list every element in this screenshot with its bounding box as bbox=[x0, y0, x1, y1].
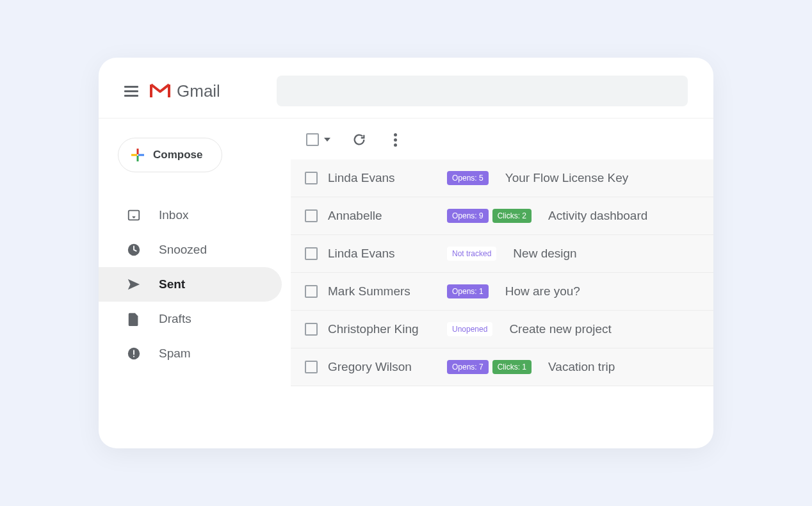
sidebar-item-drafts[interactable]: Drafts bbox=[99, 302, 282, 336]
checkbox-icon bbox=[306, 133, 319, 146]
sender-name: Annabelle bbox=[328, 209, 437, 223]
sidebar-item-spam[interactable]: Spam bbox=[99, 336, 282, 371]
sender-name: Linda Evans bbox=[328, 171, 437, 185]
nav-label: Drafts bbox=[159, 312, 191, 326]
sender-name: Linda Evans bbox=[328, 247, 437, 261]
compose-plus-icon bbox=[131, 149, 144, 161]
email-subject: Your Flow License Key bbox=[505, 171, 629, 185]
chevron-down-icon bbox=[324, 138, 330, 142]
opens-badge: Opens: 7 bbox=[447, 360, 489, 374]
sender-name: Gregory Wilson bbox=[328, 360, 437, 374]
sidebar-item-snoozed[interactable]: Snoozed bbox=[99, 233, 282, 267]
gmail-icon bbox=[150, 83, 170, 99]
sender-name: Mark Summers bbox=[328, 284, 437, 298]
logo[interactable]: Gmail bbox=[150, 81, 220, 101]
email-row[interactable]: Linda EvansOpens: 5Your Flow License Key bbox=[291, 159, 713, 197]
select-all-checkbox[interactable] bbox=[306, 133, 330, 146]
tracking-badges: Not tracked bbox=[447, 247, 496, 261]
nav-label: Inbox bbox=[159, 208, 188, 222]
clicks-badge: Clicks: 2 bbox=[492, 209, 532, 223]
row-checkbox[interactable] bbox=[305, 361, 318, 373]
hamburger-menu-icon[interactable] bbox=[124, 86, 138, 97]
nottracked-badge: Not tracked bbox=[447, 247, 496, 261]
row-checkbox[interactable] bbox=[305, 323, 318, 336]
app-name: Gmail bbox=[177, 81, 220, 101]
row-checkbox[interactable] bbox=[305, 172, 318, 184]
row-checkbox[interactable] bbox=[305, 209, 318, 222]
sidebar-item-sent[interactable]: Sent bbox=[99, 267, 282, 302]
email-row[interactable]: Mark SummersOpens: 1How are you? bbox=[291, 273, 713, 311]
svg-rect-4 bbox=[129, 211, 140, 220]
main-panel: Linda EvansOpens: 5Your Flow License Key… bbox=[291, 118, 713, 448]
nav-label: Sent bbox=[159, 277, 185, 291]
sidebar-item-inbox[interactable]: Inbox bbox=[99, 198, 282, 233]
send-icon bbox=[127, 277, 141, 291]
tracking-badges: Unopened bbox=[447, 322, 492, 336]
toolbar bbox=[291, 118, 713, 159]
svg-rect-8 bbox=[133, 356, 134, 357]
email-row[interactable]: Linda EvansNot trackedNew design bbox=[291, 235, 713, 273]
header: Gmail bbox=[99, 58, 713, 118]
svg-rect-2 bbox=[131, 154, 137, 156]
file-icon bbox=[127, 312, 141, 326]
unopened-badge: Unopened bbox=[447, 322, 492, 336]
row-checkbox[interactable] bbox=[305, 285, 318, 298]
search-input[interactable] bbox=[277, 76, 688, 106]
nav-label: Spam bbox=[159, 347, 191, 361]
tracking-badges: Opens: 9Clicks: 2 bbox=[447, 209, 532, 223]
inbox-icon bbox=[127, 208, 141, 222]
spam-icon bbox=[127, 347, 141, 361]
gmail-window: Gmail Compose bbox=[99, 58, 713, 448]
opens-badge: Opens: 1 bbox=[447, 284, 489, 298]
tracking-badges: Opens: 1 bbox=[447, 284, 489, 298]
email-subject: How are you? bbox=[505, 284, 580, 298]
more-options-button[interactable] bbox=[388, 133, 402, 147]
sender-name: Christopher King bbox=[328, 322, 437, 336]
tracking-badges: Opens: 5 bbox=[447, 171, 489, 185]
svg-rect-1 bbox=[137, 156, 139, 161]
email-subject: Create new project bbox=[509, 322, 611, 336]
svg-rect-0 bbox=[137, 149, 139, 154]
email-subject: New design bbox=[513, 247, 576, 261]
email-row[interactable]: AnnabelleOpens: 9Clicks: 2Activity dashb… bbox=[291, 197, 713, 235]
compose-label: Compose bbox=[153, 149, 202, 161]
svg-rect-3 bbox=[138, 154, 144, 156]
nav-label: Snoozed bbox=[159, 243, 207, 257]
email-row[interactable]: Christopher KingUnopenedCreate new proje… bbox=[291, 311, 713, 348]
svg-rect-7 bbox=[133, 350, 134, 355]
clicks-badge: Clicks: 1 bbox=[492, 360, 532, 374]
refresh-button[interactable] bbox=[352, 133, 366, 147]
row-checkbox[interactable] bbox=[305, 247, 318, 260]
body: Compose Inbox bbox=[99, 118, 713, 448]
opens-badge: Opens: 9 bbox=[447, 209, 489, 223]
email-subject: Vacation trip bbox=[548, 360, 615, 374]
tracking-badges: Opens: 7Clicks: 1 bbox=[447, 360, 532, 374]
opens-badge: Opens: 5 bbox=[447, 171, 489, 185]
sidebar: Compose Inbox bbox=[99, 118, 291, 448]
email-list: Linda EvansOpens: 5Your Flow License Key… bbox=[291, 159, 713, 448]
email-subject: Activity dashboard bbox=[548, 209, 647, 223]
clock-icon bbox=[127, 243, 141, 257]
compose-button[interactable]: Compose bbox=[118, 138, 222, 172]
nav-list: Inbox Snoozed bbox=[99, 198, 291, 371]
email-row[interactable]: Gregory WilsonOpens: 7Clicks: 1Vacation … bbox=[291, 348, 713, 386]
